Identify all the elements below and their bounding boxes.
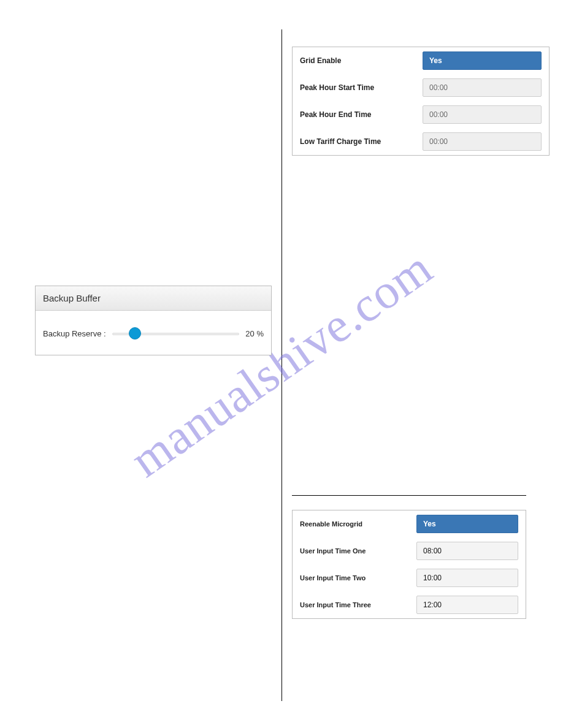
section-divider: [292, 495, 526, 496]
select-grid-enable[interactable]: Yes: [423, 51, 542, 70]
backup-buffer-title: Backup Buffer: [36, 286, 271, 311]
row-peak-start: Peak Hour Start Time 00:00: [293, 74, 549, 101]
label-time-one: User Input Time One: [300, 547, 416, 555]
row-low-tariff: Low Tariff Charge Time 00:00: [293, 128, 549, 155]
label-time-two: User Input Time Two: [300, 574, 416, 582]
input-peak-end[interactable]: 00:00: [423, 105, 542, 124]
backup-buffer-panel: Backup Buffer Backup Reserve : 20 %: [35, 286, 272, 355]
row-peak-end: Peak Hour End Time 00:00: [293, 101, 549, 128]
grid-enable-panel: Grid Enable Yes Peak Hour Start Time 00:…: [292, 47, 550, 156]
label-time-three: User Input Time Three: [300, 601, 416, 609]
backup-reserve-slider[interactable]: [112, 327, 240, 339]
input-time-three[interactable]: 12:00: [416, 596, 518, 614]
backup-reserve-label: Backup Reserve :: [43, 329, 106, 338]
input-time-two[interactable]: 10:00: [416, 569, 518, 587]
row-reenable-microgrid: Reenable Microgrid Yes: [293, 510, 526, 537]
input-time-one[interactable]: 08:00: [416, 542, 518, 560]
label-grid-enable: Grid Enable: [300, 56, 423, 65]
input-low-tariff[interactable]: 00:00: [423, 132, 542, 151]
backup-reserve-value: 20 %: [245, 329, 264, 338]
label-peak-start: Peak Hour Start Time: [300, 83, 423, 92]
slider-thumb[interactable]: [129, 327, 141, 339]
label-reenable-microgrid: Reenable Microgrid: [300, 520, 416, 528]
label-low-tariff: Low Tariff Charge Time: [300, 137, 423, 146]
row-grid-enable: Grid Enable Yes: [293, 47, 549, 74]
select-reenable-microgrid[interactable]: Yes: [416, 515, 518, 533]
row-time-one: User Input Time One 08:00: [293, 537, 526, 564]
input-peak-start[interactable]: 00:00: [423, 78, 542, 97]
vertical-divider: [282, 29, 282, 701]
label-peak-end: Peak Hour End Time: [300, 110, 423, 119]
row-time-two: User Input Time Two 10:00: [293, 564, 526, 591]
microgrid-panel: Reenable Microgrid Yes User Input Time O…: [292, 510, 526, 619]
row-time-three: User Input Time Three 12:00: [293, 591, 526, 618]
